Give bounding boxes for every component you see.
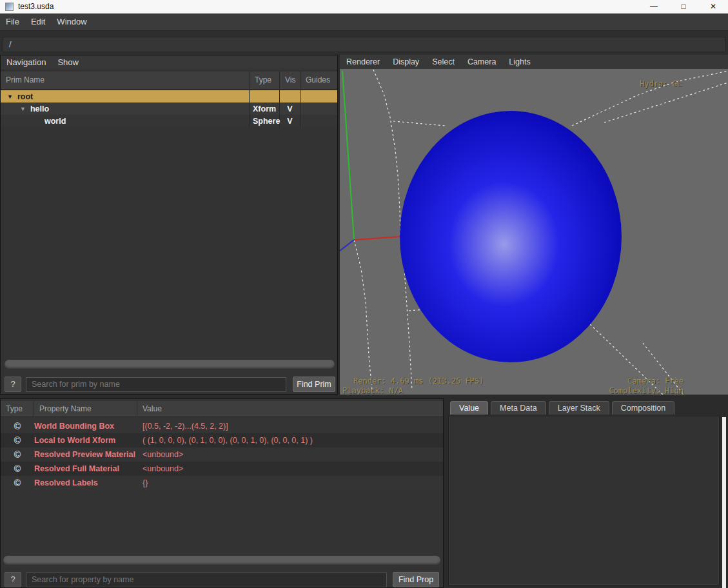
usdview-window: test3.usda — □ ✕ File Edit Window / Navi… [0,0,728,588]
tree-menu-bar: Navigation Show [1,55,337,70]
menu-lights[interactable]: Lights [502,57,536,66]
tree-horizontal-scrollbar[interactable] [5,360,335,369]
guides-cell [300,115,337,127]
hud-render-time: Render: 4.69 ms (213.25 FPS) [353,377,484,386]
computed-property-icon: © [1,478,34,488]
prim-search-input[interactable] [26,377,286,392]
menu-navigation[interactable]: Navigation [1,54,52,71]
column-header-property-name[interactable]: Property Name [34,401,137,416]
tab-meta-data[interactable]: Meta Data [491,401,546,415]
property-row[interactable]: © Resolved Preview Material <unbound> [1,447,443,462]
column-header-value[interactable]: Value [137,401,443,416]
vis-toggle[interactable]: V [280,117,300,126]
guides-cell [300,103,337,115]
property-name: Resolved Preview Material [34,450,137,459]
prim-tree-panel: Navigation Show Prim Name Type Vis Guide… [0,55,338,395]
prim-path-field[interactable]: / [3,37,725,52]
hud-renderer: Hydra: GL [640,79,682,88]
property-search-help-button[interactable]: ? [5,572,21,587]
computed-property-icon: © [1,449,34,460]
viewport-canvas[interactable]: Hydra: GL Render: 4.69 ms (213.25 FPS) P… [340,69,728,395]
expand-arrow-icon[interactable]: ▼ [7,93,13,100]
prim-type-label [250,90,280,103]
prim-name-label: hello [30,104,49,113]
property-value: {} [137,478,443,487]
hud-playback: Playback: N/A [342,386,403,395]
computed-property-icon: © [1,464,34,474]
property-search-row: ? Find Prop [5,572,442,587]
menu-display[interactable]: Display [386,57,426,66]
property-panel: Type Property Name Value © World Boundin… [0,398,444,588]
column-header-type[interactable]: Type [1,401,34,416]
property-value: <unbound> [137,450,443,459]
prim-type-label: Sphere [250,115,280,127]
menu-show[interactable]: Show [52,54,84,71]
property-name: World Bounding Box [34,422,137,431]
column-header-type[interactable]: Type [250,72,280,89]
property-value: ( (1, 0, 0, 0), (0, 1, 0, 0), (0, 0, 1, … [137,436,443,445]
prim-search-row: ? Find Prim [5,377,336,392]
minimize-icon[interactable]: — [639,0,669,14]
menu-window[interactable]: Window [51,14,92,30]
property-row[interactable]: © Resolved Labels {} [1,476,443,490]
menu-camera[interactable]: Camera [461,57,502,66]
tree-row-world[interactable]: world Sphere V [1,115,337,127]
maximize-icon[interactable]: □ [669,0,698,14]
property-value: [(0.5, -2, -2)...(4.5, 2, 2)] [137,422,443,431]
prim-name-label: world [44,117,66,126]
x-axis-line [354,237,400,240]
vis-toggle[interactable]: V [280,104,300,113]
path-bar: / [0,31,728,55]
tree-row-hello[interactable]: ▼ hello Xform V [1,103,337,115]
close-icon[interactable]: ✕ [698,0,728,14]
title-bar: test3.usda — □ ✕ [0,0,728,14]
menu-select[interactable]: Select [426,57,461,66]
column-header-guides[interactable]: Guides [300,72,337,89]
tab-value[interactable]: Value [450,401,488,415]
inspector-vertical-scrollbar[interactable] [722,417,726,588]
tab-composition[interactable]: Composition [612,401,674,415]
column-header-vis[interactable]: Vis [280,72,300,89]
scene-render [340,69,728,395]
sphere-prim[interactable] [400,111,622,362]
viewport-panel: Renderer Display Select Camera Lights [340,55,728,395]
find-prim-button[interactable]: Find Prim [293,377,335,392]
z-axis-line [340,240,354,251]
property-row[interactable]: © Local to World Xform ( (1, 0, 0, 0), (… [1,433,443,447]
property-header-row: Type Property Name Value [1,401,443,417]
tree-header-row: Prim Name Type Vis Guides [1,72,337,90]
column-header-prim-name[interactable]: Prim Name [1,72,250,89]
tree-row-root[interactable]: ▼ root [1,90,337,103]
axis-gizmo [340,71,400,251]
hud-complexity: Complexity: High [609,386,684,395]
property-horizontal-scrollbar[interactable] [3,556,440,565]
property-row[interactable]: © World Bounding Box [(0.5, -2, -2)...(4… [1,419,443,433]
guides-cell [300,90,337,103]
hud-camera: Camera: Free [627,377,684,386]
expand-arrow-icon[interactable]: ▼ [20,106,26,112]
find-prop-button[interactable]: Find Prop [393,572,439,587]
computed-property-icon: © [1,435,34,446]
property-name: Resolved Full Material [34,464,137,473]
inspector-tab-bar: Value Meta Data Layer Stack Composition [450,401,674,415]
property-value: <unbound> [137,464,443,473]
prim-type-label: Xform [250,103,280,115]
menu-edit[interactable]: Edit [25,14,51,30]
property-row[interactable]: © Resolved Full Material <unbound> [1,462,443,476]
property-name: Local to World Xform [34,436,137,445]
inspector-panel: Value Meta Data Layer Stack Composition [445,398,728,588]
main-menu-bar: File Edit Window [0,14,728,31]
menu-file[interactable]: File [0,14,25,30]
property-search-input[interactable] [26,573,387,587]
prim-search-help-button[interactable]: ? [5,377,21,392]
viewport-menu-bar: Renderer Display Select Camera Lights [340,55,728,69]
window-title: test3.usda [18,2,54,11]
property-name: Resolved Labels [34,478,137,487]
prim-name-label: root [17,92,33,101]
app-icon [5,3,14,11]
computed-property-icon: © [1,421,34,431]
y-axis-line [342,71,354,240]
menu-renderer[interactable]: Renderer [340,57,386,66]
value-tab-content [448,416,720,585]
tab-layer-stack[interactable]: Layer Stack [549,401,609,415]
